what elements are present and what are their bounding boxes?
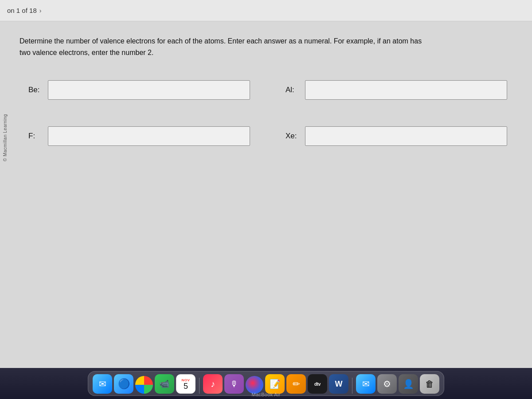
instructions-line1: Determine the number of valence electron… <box>20 37 422 45</box>
dock-item-siri[interactable] <box>246 376 263 394</box>
finder-icon: 🔵 <box>118 378 130 390</box>
be-input[interactable] <box>48 80 250 100</box>
mail-icon: ✉ <box>99 379 106 389</box>
question-area: Determine the number of valence electron… <box>11 21 532 160</box>
mail2-icon: ✉ <box>362 379 370 389</box>
al-label: Al: <box>286 86 299 94</box>
dock-item-mail2[interactable]: ✉ <box>356 374 376 394</box>
calendar-day: 5 <box>184 382 188 390</box>
word-label: W <box>335 379 343 389</box>
pencil-icon: ✏ <box>293 379 300 389</box>
pagination: on 1 of 18 › <box>7 7 41 14</box>
pagination-text: on 1 of 18 <box>7 7 37 14</box>
dock-item-calendar[interactable]: NOV 5 <box>176 374 196 394</box>
dock-item-pencil[interactable]: ✏ <box>286 374 306 394</box>
podcast-icon: 🎙 <box>230 379 238 389</box>
dock-item-notes[interactable]: 📝 <box>265 374 285 394</box>
f-input[interactable] <box>48 126 250 146</box>
al-field-row: Al: <box>286 80 507 100</box>
dock-item-photos[interactable] <box>135 376 153 394</box>
question-instructions: Determine the number of valence electron… <box>20 35 507 58</box>
f-field-row: F: <box>28 126 250 146</box>
dock-separator-1 <box>199 378 200 394</box>
dock-item-appletv[interactable]: dtv <box>308 374 327 394</box>
al-input[interactable] <box>305 80 507 100</box>
answer-fields-grid: Be: Al: F: Xe: <box>20 80 507 146</box>
dock-separator-2 <box>352 378 352 394</box>
xe-field-row: Xe: <box>286 126 507 146</box>
instructions-line2: two valence electrons, enter the number … <box>20 49 153 56</box>
settings-icon: ⚙ <box>383 379 391 389</box>
notes-icon: 📝 <box>270 379 281 389</box>
appletv-label: dtv <box>314 382 321 387</box>
top-nav: on 1 of 18 › <box>0 0 532 21</box>
f-label: F: <box>28 132 42 141</box>
dock-item-podcast[interactable]: 🎙 <box>224 374 244 394</box>
dock-item-profile[interactable]: 👤 <box>399 374 418 394</box>
xe-label: Xe: <box>286 132 299 141</box>
macbook-label: MacBook Air <box>251 392 280 397</box>
dock-item-settings[interactable]: ⚙ <box>377 374 397 394</box>
be-field-row: Be: <box>28 80 250 100</box>
facetime-icon: 📹 <box>160 379 169 389</box>
copyright-text: © Macmillan Learning <box>3 114 8 161</box>
xe-input[interactable] <box>305 126 507 146</box>
dock-item-trash[interactable]: 🗑 <box>420 374 439 394</box>
be-label: Be: <box>28 86 42 94</box>
dock-item-music[interactable]: ♪ <box>203 374 223 394</box>
copyright-sidebar: © Macmillan Learning <box>0 27 10 248</box>
dock-container: ✉ 🔵 📹 NOV 5 ♪ 🎙 <box>0 368 532 399</box>
profile-icon: 👤 <box>403 379 414 389</box>
dock-item-word[interactable]: W <box>329 374 348 394</box>
music-icon: ♪ <box>211 379 215 389</box>
trash-icon: 🗑 <box>425 379 434 389</box>
dock-item-mail[interactable]: ✉ <box>93 374 112 394</box>
dock-item-facetime[interactable]: 📹 <box>155 374 174 394</box>
next-chevron[interactable]: › <box>39 7 42 14</box>
dock-item-finder[interactable]: 🔵 <box>114 374 133 394</box>
